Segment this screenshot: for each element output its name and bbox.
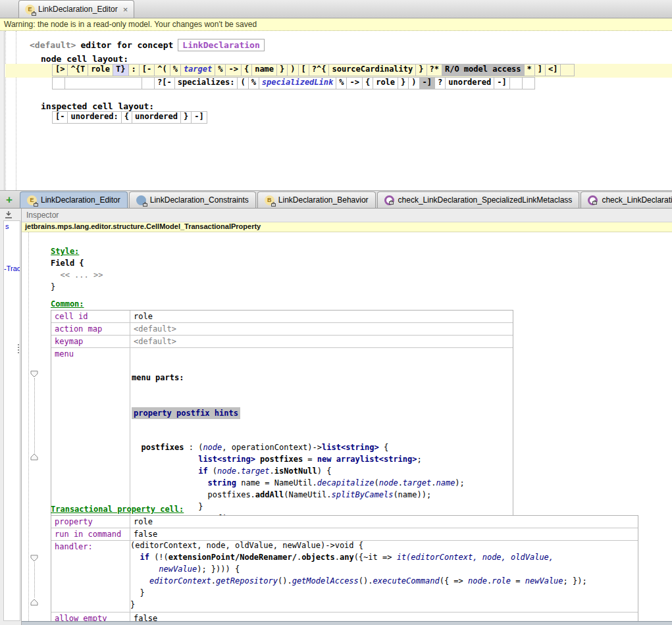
layout-cell[interactable]: : [128,64,140,76]
inspected-cell-row[interactable]: [-unordered:{unordered}-] [53,111,207,124]
layout-cell[interactable]: sourceCardinality [328,64,416,76]
layout-cell[interactable]: { [362,77,373,89]
mps-window: E LinkDeclaration_Editor × Warning: the … [0,0,672,625]
layout-cell[interactable]: } [415,64,426,76]
code-line: list<string> postfixes = new arraylist<s… [132,455,465,466]
property-value[interactable]: <default> [130,323,180,335]
property-key[interactable]: keymap [51,336,130,347]
property-key[interactable]: run in command [51,528,130,540]
layout-cell[interactable]: ( [237,77,248,89]
empty-layout-cell[interactable] [560,64,575,76]
fold-marker-down[interactable] [30,370,39,378]
layout-cell[interactable]: ^{T [67,64,88,76]
default-label: <default> [30,40,76,50]
property-key[interactable]: property [51,516,130,528]
aspect-tab[interactable]: check_LinkDeclaration_SpecializedLinkMet… [377,191,580,208]
layout-cell[interactable]: [ [298,64,309,76]
property-value[interactable]: role [130,516,156,528]
cell-layout-row-2[interactable]: ?[-specializes:(%specializedLink%->{role… [53,77,535,89]
code-line: if (node.target.isNotNull) { [132,466,465,478]
layout-cell[interactable]: name [251,64,277,76]
aspect-tab[interactable]: LinkDeclaration_Constraints [129,191,256,208]
layout-cell[interactable]: -] [494,77,509,89]
layout-cell[interactable]: role [88,64,113,76]
fold-marker-up[interactable] [30,453,39,461]
layout-cell[interactable]: ] [534,64,546,76]
inspector-body[interactable]: Style: Field { << ... >>} Common: cell i… [22,232,672,625]
selected-menu-part[interactable]: property postfix hints [132,407,240,419]
layout-cell[interactable]: } [398,77,409,89]
layout-cell[interactable]: unordered [445,77,494,89]
clipped-side-panel: s -Trac [3,220,20,621]
code-line: } [130,600,587,612]
layout-cell[interactable]: ?^{ [309,64,330,76]
layout-cell[interactable]: <] [545,64,561,76]
layout-cell[interactable]: -] [191,111,207,124]
cell-layout-row-1[interactable]: [>^{TroleT}:[-^(%target%->{name})[?^{sou… [53,64,575,76]
layout-cell[interactable]: specializedLink [259,77,336,89]
layout-cell[interactable]: { [241,64,252,76]
layout-cell[interactable]: * [524,64,535,76]
layout-cell[interactable]: % [215,64,226,76]
layout-cell[interactable]: % [336,77,347,89]
layout-cell[interactable]: { [121,111,132,124]
editor-gutter [5,31,16,190]
property-key[interactable]: action map [51,323,130,335]
splitter-handle[interactable] [17,343,20,354]
add-tab-button[interactable]: + [6,193,13,207]
layout-cell[interactable]: -] [419,77,435,89]
inspected-cell-layout-label: inspected cell layout: [41,101,154,111]
property-value[interactable]: <default> [130,336,180,347]
layout-cell[interactable]: } [276,64,288,76]
property-key[interactable]: handler: [51,541,130,612]
property-row: action map<default> [51,323,513,336]
property-value[interactable]: false [130,528,161,540]
layout-cell[interactable]: ) [408,77,419,89]
layout-cell[interactable]: % [170,64,181,76]
layout-cell[interactable]: % [248,77,259,89]
tab-linkdeclaration-editor[interactable]: E LinkDeclaration_Editor × [18,0,134,18]
layout-cell[interactable]: ?* [426,64,442,76]
layout-cell[interactable]: ) [287,64,298,76]
layout-cell[interactable]: [- [52,111,68,124]
empty-layout-cell[interactable] [509,77,523,89]
editor-tabstrip: E LinkDeclaration_Editor × [0,0,672,18]
layout-cell[interactable]: unordered [132,111,181,124]
fold-marker-up[interactable] [30,599,39,606]
empty-layout-cell[interactable] [522,77,535,89]
aspect-tab[interactable]: check_LinkDeclaration [581,191,672,208]
aspect-tab[interactable]: ELinkDeclaration_Editor [20,191,128,208]
editor-pane[interactable]: <default> editor for concept LinkDeclara… [0,31,672,190]
inspector-left-rail: s -Trac [0,209,22,625]
layout-cell[interactable]: unordered: [67,111,121,124]
warning-text: Warning: the node is in a read-only mode… [4,20,257,29]
aspect-tab-label: LinkDeclaration_Behavior [278,195,369,205]
style-field-block[interactable]: Field { << ... >>} [51,259,103,294]
inspector-title: Inspector [22,209,672,222]
property-value[interactable]: role [130,311,156,322]
layout-cell[interactable]: [- [139,64,155,76]
layout-cell[interactable]: R/O model access [442,64,525,76]
layout-cell[interactable]: ?[- [154,77,175,89]
code-line: string name = NameUtil.decapitalize(node… [132,478,465,490]
empty-layout-cell[interactable] [52,77,65,89]
close-icon[interactable]: × [123,5,128,14]
layout-cell[interactable]: } [180,111,192,124]
empty-layout-cell[interactable] [65,77,142,89]
layout-cell[interactable]: -> [225,64,241,76]
layout-cell[interactable]: ? [434,77,446,89]
fold-marker-down[interactable] [30,555,39,562]
empty-layout-cell[interactable] [142,77,155,89]
handler-code[interactable]: (editorContext, node, oldValue, newValue… [130,541,587,612]
dock-icon[interactable] [3,210,14,220]
layout-cell[interactable]: [> [52,64,68,76]
layout-cell[interactable]: specializes: [174,77,238,89]
layout-cell[interactable]: role [373,77,398,89]
aspect-tab[interactable]: BLinkDeclaration_Behavior [257,191,376,208]
layout-cell[interactable]: target [180,64,215,76]
layout-cell[interactable]: T} [113,64,128,76]
layout-cell[interactable]: -> [346,77,362,89]
property-key[interactable]: cell id [51,311,130,322]
layout-cell[interactable]: ^( [154,64,170,76]
concept-reference[interactable]: LinkDeclaration [178,39,264,51]
